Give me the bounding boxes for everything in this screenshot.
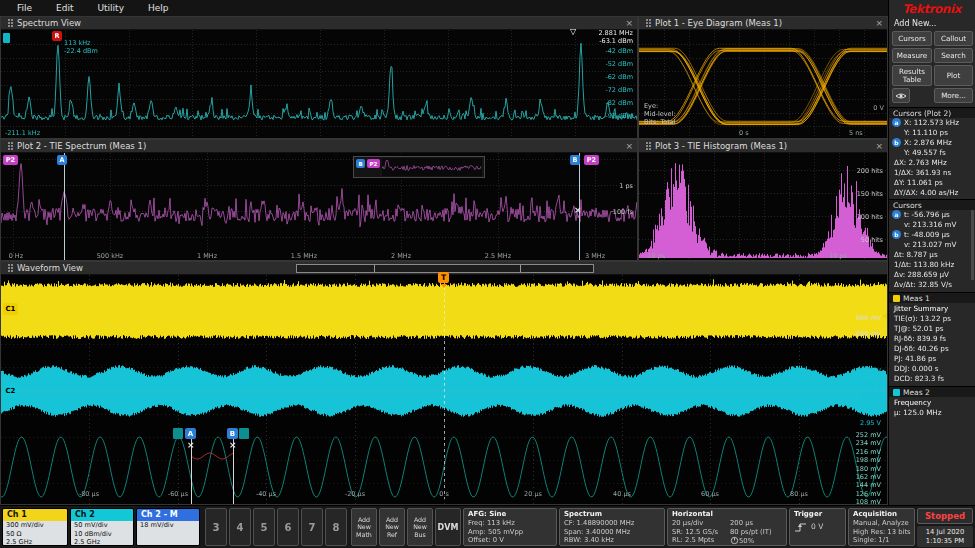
results-table-button[interactable]: Results Table: [892, 65, 932, 86]
afg-amplitude: Amp: 505 mVpp: [468, 528, 552, 537]
menu-utility[interactable]: Utility: [87, 1, 135, 15]
channel-3-button[interactable]: 3: [205, 508, 227, 546]
ch2-scale-label: 3.15 V: [860, 393, 881, 401]
add-new-ref-button[interactable]: Add New Ref: [379, 508, 405, 546]
waveform-cursor-b-badge[interactable]: B: [227, 428, 238, 439]
panel-title: Waveform View: [17, 263, 83, 273]
eye-plot-area[interactable]: [639, 30, 888, 139]
marker-amplitude-label: -63.1 dBm: [599, 37, 633, 45]
channel-6-button[interactable]: 6: [277, 508, 299, 546]
cursors-button[interactable]: Cursors: [892, 31, 932, 46]
close-icon[interactable]: ×: [875, 19, 883, 28]
cursor-b-badge[interactable]: B: [570, 155, 580, 165]
trigger-settings[interactable]: Trigger 0 V: [789, 508, 846, 546]
horizontal-window: 200 µs: [730, 519, 753, 528]
axis-tick: 5 ns: [849, 129, 863, 137]
thumbnail-source-badge: P2: [367, 159, 380, 168]
ch1-scale-label: 699 mV: [856, 314, 881, 322]
dvm-button[interactable]: DVM: [435, 508, 461, 546]
add-new-label: Add New...: [894, 19, 936, 28]
channel-8-button[interactable]: 8: [325, 508, 347, 546]
drag-grip-icon: [646, 22, 648, 24]
axis-tick: -60 µs: [168, 490, 188, 498]
cursor-readout: v: 213.027 mV: [889, 240, 975, 250]
tektronix-logo: Tektronix: [889, 2, 975, 16]
channel2-handle-badge[interactable]: C2: [3, 385, 18, 397]
spectrum-settings[interactable]: Spectrum CF: 1.48890000 MHz Span: 3.4000…: [559, 508, 665, 546]
channel-7-button[interactable]: 7: [301, 508, 323, 546]
horizontal-title: Horizontal: [672, 510, 782, 519]
cursor-readout: Y: 11.110 ps: [889, 128, 975, 138]
close-icon[interactable]: ×: [625, 19, 633, 28]
cursor-x-marker[interactable]: ×: [574, 206, 582, 215]
thumbnail-cursor-badge: B: [356, 159, 365, 168]
meas1-header[interactable]: Meas 1: [889, 292, 975, 303]
axis-tick: 2 MHz: [391, 252, 411, 260]
tie-spectrum-titlebar[interactable]: Plot 2 - TIE Spectrum (Meas 1) ×: [1, 140, 637, 153]
menu-file[interactable]: File: [6, 1, 43, 15]
marker-triangle-icon[interactable]: ▽: [570, 27, 576, 36]
cursor-x-marker[interactable]: ×: [229, 441, 237, 450]
cursor-readout: ΔY/ΔX: 4.00 as/Hz: [889, 188, 975, 198]
cursor-source-chip: [173, 428, 183, 439]
histogram-plot-area[interactable]: [639, 153, 888, 261]
meas-readout: DDJ: 0.000 s: [889, 364, 975, 374]
reference-marker-badge[interactable]: R: [52, 31, 62, 41]
plot-source-badge[interactable]: P2: [3, 155, 18, 165]
channel1-handle-badge[interactable]: C1: [3, 303, 18, 315]
trigger-level: 0 V: [811, 523, 823, 532]
ch2-math-badge[interactable]: Ch 2 - M 18 mV/div: [136, 508, 200, 546]
close-icon[interactable]: ×: [625, 142, 633, 151]
waveform-plot-area[interactable]: [1, 275, 888, 505]
ch1-badge[interactable]: Ch 1 300 mV/div 50 Ω 2.5 GHz: [2, 508, 68, 546]
add-new-bus-button[interactable]: Add New Bus: [407, 508, 433, 546]
tie-plot-area[interactable]: [1, 153, 638, 261]
plot-source-badge[interactable]: P2: [584, 155, 599, 165]
waveform-cursor-a-badge[interactable]: A: [185, 428, 196, 439]
axis-tick: 40 µs: [613, 490, 631, 498]
eye-icon[interactable]: [892, 88, 910, 103]
axis-tick: 1.5 MHz: [291, 252, 317, 260]
meas2-header[interactable]: Meas 2: [889, 386, 975, 397]
channel-5-button[interactable]: 5: [253, 508, 275, 546]
meas2-title: Meas 2: [903, 387, 930, 398]
close-icon[interactable]: ×: [875, 142, 883, 151]
axis-tick: 20 µs: [524, 490, 542, 498]
cursor-x-marker[interactable]: ×: [187, 441, 195, 450]
tie-spectrum-panel: Plot 2 - TIE Spectrum (Meas 1) × P2 A B …: [0, 139, 638, 261]
add-new-math-button[interactable]: Add New Math: [351, 508, 377, 546]
axis-tick: -92 dBm: [605, 112, 633, 120]
callout-button[interactable]: Callout: [934, 31, 973, 46]
knob-icon: [730, 536, 739, 545]
trigger-title: Trigger: [794, 510, 841, 519]
spectrum-view-panel: Spectrum View × R 113 kHz -22.4 dBm -211…: [0, 16, 638, 139]
spectrum-view-titlebar[interactable]: Spectrum View ×: [1, 17, 637, 30]
channel-4-button[interactable]: 4: [229, 508, 251, 546]
trigger-position-badge[interactable]: T: [438, 272, 449, 283]
trigger-arrow-icon: [441, 284, 447, 288]
spectrum-channel-chip[interactable]: [3, 33, 10, 43]
cursors-plot2-header: Cursors (Plot 2): [889, 107, 975, 118]
tie-histogram-titlebar[interactable]: Plot 3 - TIE Histogram (Meas 1) ×: [639, 140, 887, 153]
ch2-badge[interactable]: Ch 2 50 mV/div 10 dBm/div 2.5 GHz: [70, 508, 134, 546]
acquisition-settings[interactable]: Acquisition Manual, Analyze High Res: 13…: [848, 508, 915, 546]
more-button[interactable]: More...: [934, 88, 973, 103]
menu-edit[interactable]: Edit: [45, 1, 84, 15]
search-button[interactable]: Search: [934, 48, 973, 63]
run-stop-status[interactable]: Stopped: [917, 508, 973, 524]
plot-thumbnail[interactable]: B P2: [353, 156, 485, 178]
plot-button[interactable]: Plot: [934, 65, 973, 86]
horizontal-settings[interactable]: Horizontal 20 µs/div 200 µs SR: 12.5 GS/…: [667, 508, 787, 546]
eye-diagram-titlebar[interactable]: Plot 1 - Eye Diagram (Meas 1) ×: [639, 17, 887, 30]
menu-help[interactable]: Help: [137, 1, 180, 15]
axis-tick: -80 µs: [79, 490, 99, 498]
afg-settings[interactable]: AFG: Sine Freq: 113 kHz Amp: 505 mVpp Of…: [463, 508, 557, 546]
cursor-a-badge[interactable]: A: [57, 155, 67, 165]
drag-grip-icon: [8, 267, 10, 269]
ch1-scale: 300 mV/div: [6, 521, 64, 530]
measure-button[interactable]: Measure: [892, 48, 932, 63]
level-arrow-icon[interactable]: ◀: [882, 312, 887, 320]
axis-tick: -42 dBm: [605, 47, 633, 55]
cursor-readout: Δt: 8.787 µs: [889, 250, 975, 260]
time-label: 1:10:35 PM: [917, 537, 973, 546]
